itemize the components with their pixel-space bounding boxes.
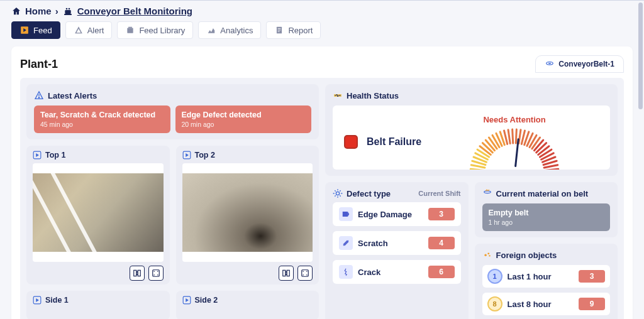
chevron-right-icon: › [55,6,58,16]
svg-rect-17 [138,270,140,276]
foreign-row[interactable]: 8 Last 8 hour 9 [482,293,611,315]
svg-rect-5 [128,28,133,33]
svg-point-12 [548,63,552,64]
material-text: Empty belt [489,208,604,217]
tab-label: Report [288,26,313,35]
defect-count: 3 [428,208,455,220]
svg-rect-6 [128,27,132,28]
play-icon [33,296,42,305]
conveyor-belt-chip[interactable]: ConveyorBelt-1 [535,55,624,73]
tab-feed[interactable]: Feed [11,21,60,39]
camera-card-top1: Top 1 [26,146,170,284]
defect-row[interactable]: Crack 6 [333,260,461,284]
tab-label: Feed [33,26,52,35]
duration-badge: 1 [487,269,502,284]
defect-name: Crack [358,268,380,277]
camera-title: Side 1 [45,296,69,305]
split-view-button[interactable] [279,266,294,281]
play-icon [33,151,42,160]
svg-point-3 [68,8,70,9]
gauge-label: Needs Attention [483,115,545,124]
main-panel: Plant-1 ConveyorBelt-1 Latest Alerts Tea… [11,46,633,319]
library-icon [125,25,135,35]
svg-rect-1 [64,14,72,15]
foreign-objects-panel: Foreign objects 1 Last 1 hour 3 8 [475,244,618,319]
split-view-button[interactable] [130,266,145,281]
camera-card-side1: Side 1 [26,291,170,320]
defect-name: Scratch [358,239,388,248]
breadcrumb-current: Conveyor Belt Monitoring [77,6,192,16]
svg-point-14 [38,97,39,98]
duration-badge: 8 [487,296,502,311]
svg-point-19 [136,274,137,274]
camera-feed[interactable] [33,163,164,262]
camera-card-top2: Top 2 [176,146,319,284]
alert-icon [34,90,44,100]
defect-name: Edge Damage [358,210,412,219]
machine-icon [62,6,74,16]
svg-point-67 [484,254,487,256]
svg-rect-8 [278,28,281,29]
svg-point-66 [484,191,491,193]
svg-point-2 [65,8,67,9]
defect-count: 6 [428,266,455,278]
status-indicator-icon [344,135,358,149]
health-status-panel: Health Status Belt Failure Needs Attenti… [325,84,618,176]
tab-analytics[interactable]: Analytics [198,21,261,39]
alert-text: Edge Defect detected [182,111,306,119]
tab-feed-library[interactable]: Feed Library [117,21,193,39]
svg-rect-26 [302,269,309,276]
defect-row[interactable]: Scratch 4 [333,231,461,255]
current-material-panel: Current material on belt Empty belt 1 hr… [475,182,618,237]
panel-title-text: Foreign objects [496,251,557,260]
svg-rect-10 [278,31,280,32]
svg-rect-9 [278,30,281,30]
report-icon [274,25,284,35]
svg-line-61 [544,165,558,168]
heartbeat-icon [333,90,343,100]
svg-point-18 [136,271,137,272]
svg-point-25 [286,274,286,274]
health-status-text: Belt Failure [367,136,421,148]
play-icon [19,25,30,35]
foreign-objects-icon [482,250,492,260]
camera-title: Top 2 [195,151,215,160]
foreign-row[interactable]: 1 Last 1 hour 3 [482,265,611,288]
material-time: 1 hr ago [489,219,604,226]
scrollbar[interactable] [638,3,643,109]
camera-title: Top 1 [45,151,65,160]
tab-label: Analytics [220,26,253,35]
alert-card[interactable]: Tear, Scratch & Crack detected 45 min ag… [34,105,170,133]
crack-icon [339,265,353,279]
svg-line-48 [519,130,521,144]
panel-title-text: Latest Alerts [48,91,97,100]
defect-count: 4 [428,237,455,249]
svg-line-46 [513,129,513,143]
fullscreen-button[interactable] [297,266,313,281]
alert-card[interactable]: Edge Defect detected 20 min ago [175,105,312,133]
alert-time: 20 min ago [182,121,306,128]
foreign-count: 9 [579,298,605,310]
foreign-label: Last 8 hour [508,300,552,309]
svg-point-69 [489,255,490,256]
camera-card-side2: Side 2 [176,291,319,320]
svg-rect-0 [65,10,70,14]
alert-text: Tear, Scratch & Crack detected [40,111,164,119]
camera-feed[interactable] [182,163,313,262]
fullscreen-button[interactable] [148,266,164,281]
panel-title-text: Health Status [347,91,399,100]
material-card[interactable]: Empty belt 1 hr ago [482,203,611,231]
tab-alert[interactable]: Alert [65,21,113,39]
material-icon [482,188,492,198]
svg-line-62 [545,169,558,170]
edge-damage-icon [339,207,353,221]
defect-row[interactable]: Edge Damage 3 [333,202,461,226]
breadcrumb-home[interactable]: Home [25,6,52,16]
svg-rect-22 [283,270,286,276]
svg-rect-65 [343,212,348,217]
analytics-icon [206,25,216,35]
tab-report[interactable]: Report [266,21,321,39]
alert-time: 45 min ago [40,121,164,128]
camera-title: Side 2 [195,296,218,305]
play-icon [182,296,191,305]
